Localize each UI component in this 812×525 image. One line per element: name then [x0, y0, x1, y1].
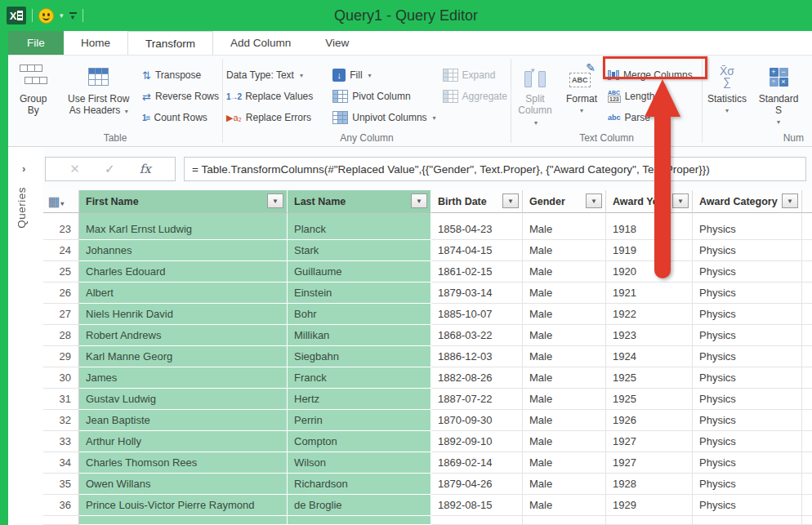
table-cell[interactable]: 1882-08-26	[431, 367, 523, 389]
table-cell[interactable]: Max Karl Ernst Ludwig	[79, 219, 288, 240]
table-cell[interactable]: Male	[523, 431, 606, 452]
table-cell[interactable]: Wilson	[288, 452, 431, 474]
aggregate-button[interactable]: Aggregate	[439, 86, 511, 107]
tab-transform[interactable]: Transform	[127, 31, 213, 55]
row-number[interactable]: 28	[43, 325, 79, 346]
row-number[interactable]: 30	[43, 367, 79, 389]
table-cell[interactable]: 1885-10-07	[431, 304, 523, 325]
table-cell[interactable]: Franck	[288, 367, 431, 389]
table-cell[interactable]: Male	[523, 410, 606, 431]
table-cell[interactable]: 1870-09-30	[431, 410, 523, 431]
table-cell[interactable]: Arthur Holly	[79, 431, 288, 452]
table-cell[interactable]: Physics	[693, 283, 802, 304]
table-cell[interactable]: Male	[523, 304, 606, 325]
filter-dropdown-icon[interactable]: ▼	[267, 194, 283, 208]
fill-button[interactable]: ↓ Fill ▾	[329, 65, 439, 86]
table-cell[interactable]: Stark	[288, 240, 431, 261]
table-cell[interactable]: 1892-09-10	[431, 431, 523, 452]
table-cell[interactable]: Physics	[693, 410, 802, 431]
table-cell[interactable]: Millikan	[288, 325, 431, 346]
table-cell[interactable]: Planck	[288, 219, 431, 240]
column-header-birth-date[interactable]: Birth Date ▼	[431, 190, 523, 213]
table-cell[interactable]: 1886-12-03	[431, 346, 523, 367]
table-cell[interactable]: Male	[523, 474, 606, 495]
table-cell[interactable]: Hertz	[288, 389, 431, 410]
table-cell[interactable]: Physics	[693, 431, 802, 452]
table-cell[interactable]: Male	[523, 240, 606, 261]
table-cell[interactable]: Male	[523, 261, 606, 283]
table-cell[interactable]: Robert Andrews	[79, 325, 288, 346]
filter-dropdown-icon[interactable]: ▼	[411, 194, 427, 208]
table-cell[interactable]: 1892-08-15	[431, 495, 523, 516]
row-number[interactable]: 26	[43, 283, 79, 304]
table-cell[interactable]: Physics	[693, 240, 802, 261]
table-cell[interactable]: Bohr	[288, 304, 431, 325]
table-cell[interactable]: 1869-02-14	[431, 452, 523, 474]
row-number[interactable]: 34	[43, 452, 79, 474]
table-cell[interactable]: Owen Willans	[79, 474, 288, 495]
row-number[interactable]: 23	[43, 219, 79, 240]
cancel-formula-icon[interactable]: ✕	[69, 162, 80, 176]
table-cell[interactable]: Male	[523, 367, 606, 389]
table-cell[interactable]: Physics	[693, 389, 802, 410]
table-cell[interactable]: Jean Baptiste	[79, 410, 288, 431]
table-cell[interactable]: 1921	[606, 283, 693, 304]
table-cell[interactable]: Male	[523, 325, 606, 346]
table-cell[interactable]: Richardson	[288, 474, 431, 495]
row-number[interactable]: 35	[43, 474, 79, 495]
select-all-corner[interactable]: ▦ ▾	[43, 190, 79, 213]
row-number[interactable]: 27	[43, 304, 79, 325]
table-cell[interactable]: Physics	[693, 346, 802, 367]
table-cell[interactable]: 1927	[606, 431, 693, 452]
table-cell[interactable]: Charles Thomson Rees	[79, 452, 288, 474]
table-cell[interactable]: de Broglie	[288, 495, 431, 516]
table-cell[interactable]: 1874-04-15	[431, 240, 523, 261]
row-number[interactable]: 24	[43, 240, 79, 261]
table-cell[interactable]: Male	[523, 346, 606, 367]
table-cell[interactable]: 1926	[606, 410, 693, 431]
table-cell[interactable]: Physics	[693, 474, 802, 495]
column-header-gender[interactable]: Gender ▼	[523, 190, 606, 213]
table-cell[interactable]: Male	[523, 452, 606, 474]
table-cell[interactable]: 1861-02-15	[431, 261, 523, 283]
table-cell[interactable]: 1879-03-14	[431, 283, 523, 304]
table-cell[interactable]: 1887-07-22	[431, 389, 523, 410]
row-number[interactable]: 36	[43, 495, 79, 516]
formula-input[interactable]: = Table.TransformColumns(#"Replaced Valu…	[184, 157, 806, 181]
table-cell[interactable]: Male	[523, 389, 606, 410]
expand-button[interactable]: Expand	[439, 65, 511, 86]
table-cell[interactable]: Physics	[693, 219, 802, 240]
table-cell[interactable]: Gustav Ludwig	[79, 389, 288, 410]
table-cell[interactable]: Guillaume	[288, 261, 431, 283]
unpivot-columns-button[interactable]: Unpivot Columns ▾	[329, 107, 439, 128]
table-cell[interactable]: 1928	[606, 474, 693, 495]
table-cell[interactable]: Charles Edouard	[79, 261, 288, 283]
table-cell[interactable]: Prince Louis-Victor Pierre Raymond	[79, 495, 288, 516]
table-cell[interactable]: James	[79, 367, 288, 389]
replace-errors-button[interactable]: ▶a₂ Replace Errors	[223, 107, 329, 128]
table-cell[interactable]: Physics	[693, 325, 802, 346]
tab-view[interactable]: View	[308, 31, 366, 55]
column-header-first-name[interactable]: First Name ▼	[79, 190, 288, 213]
tab-file[interactable]: File	[8, 31, 64, 55]
filter-dropdown-icon[interactable]: ▼	[586, 194, 602, 208]
commit-formula-icon[interactable]: ✓	[105, 162, 115, 176]
table-cell[interactable]: Albert	[79, 283, 288, 304]
table-cell[interactable]: Physics	[693, 304, 802, 325]
tab-home[interactable]: Home	[64, 31, 127, 55]
table-cell[interactable]: Male	[523, 283, 606, 304]
table-cell[interactable]: Compton	[288, 431, 431, 452]
table-cell[interactable]: 1879-04-26	[431, 474, 523, 495]
tab-add-column[interactable]: Add Column	[213, 31, 308, 55]
table-cell[interactable]: Niels Henrik David	[79, 304, 288, 325]
filter-dropdown-icon[interactable]: ▼	[782, 194, 798, 208]
table-cell[interactable]: Johannes	[79, 240, 288, 261]
table-cell[interactable]: 1925	[606, 367, 693, 389]
table-cell[interactable]: 1924	[606, 346, 693, 367]
filter-dropdown-icon[interactable]: ▼	[502, 194, 519, 208]
reverse-rows-button[interactable]: ⇄ Reverse Rows	[139, 86, 222, 107]
row-number[interactable]: 31	[43, 389, 79, 410]
expand-pane-icon[interactable]: ›	[22, 162, 25, 175]
table-cell[interactable]: 1858-04-23	[431, 219, 523, 240]
row-number[interactable]: 32	[43, 410, 79, 431]
